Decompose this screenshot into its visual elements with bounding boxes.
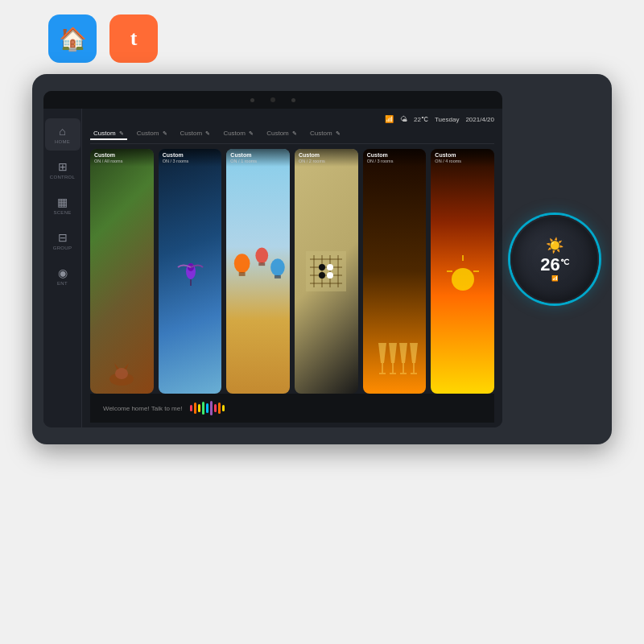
day-label: Tuesday bbox=[435, 116, 459, 123]
card-3-subtitle: ON / 2 rooms bbox=[299, 159, 354, 163]
card-5[interactable]: Custom ON / 4 rooms bbox=[431, 149, 494, 394]
card-3-visual bbox=[295, 149, 358, 394]
svg-rect-35 bbox=[400, 373, 407, 374]
voice-wave bbox=[190, 401, 225, 415]
card-2-visual bbox=[226, 149, 290, 394]
voice-text: Welcome home! Talk to me! bbox=[103, 405, 182, 412]
card-4-title: Custom bbox=[367, 152, 423, 158]
card-0-title: Custom bbox=[94, 152, 150, 158]
sidebar-item-control[interactable]: ⊞ CONTROL bbox=[45, 154, 80, 186]
svg-rect-29 bbox=[379, 373, 386, 374]
date-label: 2021/4/20 bbox=[465, 116, 494, 123]
camera-dot-left bbox=[250, 98, 254, 102]
tab-4[interactable]: Custom ✎ bbox=[263, 128, 300, 140]
wave-bar-8 bbox=[218, 402, 221, 414]
edit-icon-5: ✎ bbox=[336, 130, 341, 136]
temperature-status: 22℃ bbox=[414, 116, 428, 123]
svg-point-8 bbox=[234, 254, 250, 273]
svg-rect-32 bbox=[390, 373, 396, 374]
card-2[interactable]: Custom ON / 1 rooms bbox=[226, 149, 290, 394]
wave-bar-1 bbox=[190, 405, 192, 411]
thermostat-circle[interactable]: ☀️ 26℃ 📶 bbox=[510, 215, 599, 303]
card-1-subtitle: ON / 3 rooms bbox=[163, 159, 218, 163]
card-3[interactable]: Custom ON / 2 rooms bbox=[295, 149, 358, 394]
wave-bar-5 bbox=[206, 403, 208, 413]
home-icon: 🏠 bbox=[59, 26, 87, 52]
card-0-subtitle: ON / All rooms bbox=[94, 159, 150, 163]
svg-point-25 bbox=[319, 272, 325, 279]
control-nav-label: CONTROL bbox=[50, 175, 75, 180]
screen-panel: ⌂ HOME ⊞ CONTROL ▦ SCENE ⊟ GROUP ◉ ENT bbox=[43, 91, 502, 427]
svg-point-24 bbox=[327, 272, 333, 279]
edit-icon-1: ✎ bbox=[163, 130, 167, 136]
svg-marker-30 bbox=[389, 343, 397, 363]
tab-bar: Custom ✎ Custom ✎ Custom ✎ Custom ✎ Cust… bbox=[90, 128, 494, 144]
svg-rect-13 bbox=[275, 275, 281, 279]
scene-nav-icon: ▦ bbox=[57, 196, 68, 208]
goboard-icon bbox=[306, 251, 346, 291]
wave-bar-9 bbox=[222, 405, 225, 411]
sidebar-item-ent[interactable]: ◉ ENT bbox=[45, 260, 80, 292]
svg-rect-37 bbox=[413, 363, 415, 373]
svg-rect-28 bbox=[382, 363, 383, 373]
svg-rect-9 bbox=[239, 272, 246, 276]
camera-bar bbox=[43, 91, 502, 109]
main-area: 📶 🌤 22℃ Tuesday 2021/4/20 Custom ✎ Custo… bbox=[82, 109, 502, 427]
tab-5[interactable]: Custom ✎ bbox=[307, 128, 344, 140]
tab-1[interactable]: Custom ✎ bbox=[134, 128, 171, 140]
thermo-signal: 📶 bbox=[551, 275, 559, 282]
tab-2[interactable]: Custom ✎ bbox=[177, 128, 214, 140]
card-4[interactable]: Custom ON / 3 rooms bbox=[363, 149, 427, 394]
svg-point-12 bbox=[270, 258, 285, 276]
sidebar-item-scene[interactable]: ▦ SCENE bbox=[45, 189, 80, 221]
svg-rect-38 bbox=[411, 373, 417, 374]
hummingbird-icon bbox=[176, 255, 204, 287]
ent-nav-icon: ◉ bbox=[58, 266, 68, 279]
temp-unit: ℃ bbox=[560, 258, 569, 266]
wave-bar-3 bbox=[198, 404, 200, 412]
smart-panel-device: ⌂ HOME ⊞ CONTROL ▦ SCENE ⊟ GROUP ◉ ENT bbox=[32, 74, 612, 444]
svg-point-10 bbox=[256, 247, 269, 263]
wave-bar-6 bbox=[210, 401, 213, 415]
card-4-subtitle: ON / 3 rooms bbox=[367, 159, 423, 163]
status-bar: 📶 🌤 22℃ Tuesday 2021/4/20 bbox=[90, 114, 494, 128]
card-4-visual bbox=[363, 149, 427, 394]
svg-marker-33 bbox=[399, 343, 407, 363]
card-1-visual bbox=[159, 149, 222, 394]
ent-nav-label: ENT bbox=[57, 281, 68, 286]
camera-dot-center bbox=[270, 97, 275, 102]
scene-nav-label: SCENE bbox=[53, 210, 71, 215]
svg-marker-27 bbox=[378, 343, 386, 363]
sidebar-item-group[interactable]: ⊟ GROUP bbox=[45, 225, 80, 257]
thermostat-temp: 26℃ bbox=[540, 254, 568, 275]
edit-icon-0: ✎ bbox=[119, 130, 124, 136]
svg-marker-2 bbox=[114, 363, 119, 369]
group-nav-icon: ⊟ bbox=[58, 231, 68, 244]
wine-glasses-icon bbox=[366, 339, 423, 387]
edit-icon-3: ✎ bbox=[249, 130, 254, 136]
card-0-overlay: Custom ON / All rooms bbox=[90, 149, 154, 167]
card-1-overlay: Custom ON / 3 rooms bbox=[159, 149, 222, 167]
card-1-title: Custom bbox=[163, 152, 218, 158]
card-3-overlay: Custom ON / 2 rooms bbox=[295, 149, 358, 167]
card-4-overlay: Custom ON / 3 rooms bbox=[363, 149, 427, 167]
wave-bar-2 bbox=[194, 402, 196, 414]
sidebar-item-home[interactable]: ⌂ HOME bbox=[45, 118, 80, 151]
wifi-icon: 📶 bbox=[385, 115, 394, 123]
voice-bar[interactable]: Welcome home! Talk to me! bbox=[90, 394, 494, 423]
control-nav-icon: ⊞ bbox=[58, 160, 68, 173]
card-5-overlay: Custom ON / 4 rooms bbox=[431, 149, 494, 167]
edit-icon-4: ✎ bbox=[292, 130, 297, 136]
cards-grid: Custom ON / All rooms bbox=[90, 149, 494, 394]
svg-point-26 bbox=[327, 264, 333, 270]
tab-3[interactable]: Custom ✎ bbox=[220, 128, 257, 140]
temp-value: 26 bbox=[540, 254, 559, 275]
balloons-scene bbox=[226, 149, 290, 394]
tab-0[interactable]: Custom ✎ bbox=[90, 128, 127, 140]
wave-bar-4 bbox=[202, 402, 204, 415]
card-0[interactable]: Custom ON / All rooms bbox=[90, 149, 154, 394]
card-3-title: Custom bbox=[299, 152, 354, 158]
camera-dot-right bbox=[291, 98, 295, 102]
svg-point-23 bbox=[319, 264, 325, 270]
card-1[interactable]: Custom ON / 3 rooms bbox=[159, 149, 222, 394]
